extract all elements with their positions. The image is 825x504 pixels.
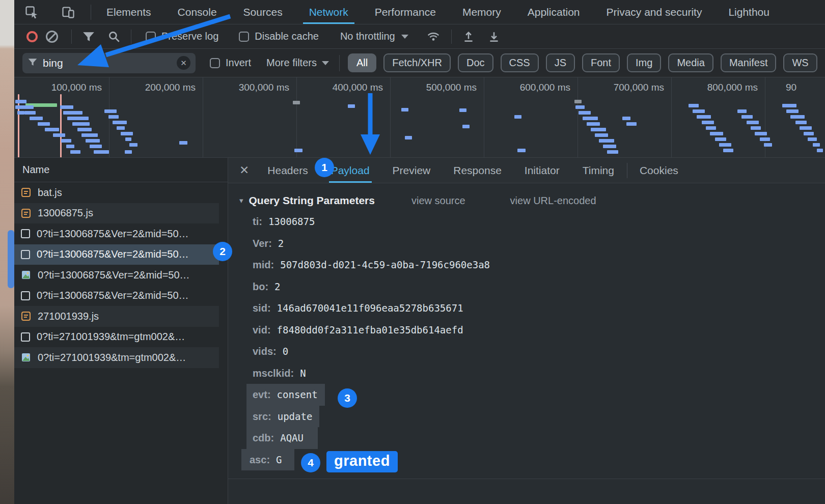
param-row: bo2 — [239, 276, 825, 298]
device-toolbar-icon[interactable] — [61, 5, 75, 19]
waterfall-bar — [591, 128, 606, 131]
search-icon[interactable] — [107, 30, 121, 43]
request-row[interactable]: 0?ti=271001939&tm=gtm002&… — [14, 327, 219, 348]
param-row: vids0 — [239, 341, 825, 362]
request-row[interactable]: 0?ti=271001939&tm=gtm002&… — [14, 347, 219, 368]
pill-ws[interactable]: WS — [783, 53, 817, 72]
waterfall-bar — [790, 115, 805, 119]
request-row[interactable]: bat.js — [14, 182, 219, 203]
request-row[interactable]: 0?ti=13006875&Ver=2&mid=50… — [14, 223, 219, 244]
export-har-icon[interactable] — [487, 30, 501, 43]
collapse-triangle-icon[interactable]: ▾ — [239, 196, 243, 205]
detail-tab-preview[interactable]: Preview — [393, 158, 431, 183]
filter-input[interactable] — [43, 57, 172, 69]
waterfall-bar — [710, 132, 723, 135]
network-overview-waterfall[interactable]: 100,000 ms 200,000 ms 300,000 ms 400,000… — [0, 77, 825, 158]
toolbar-separator — [131, 30, 131, 44]
tab-network[interactable]: Network — [296, 0, 362, 24]
waterfall-bar — [697, 115, 711, 119]
pill-fetch-xhr[interactable]: Fetch/XHR — [383, 53, 451, 72]
waterfall-gridline — [390, 77, 391, 157]
tab-performance[interactable]: Performance — [362, 0, 449, 24]
inspect-element-icon[interactable] — [24, 5, 39, 19]
pill-all[interactable]: All — [348, 53, 376, 72]
waterfall-bar — [63, 111, 82, 115]
detail-tab-timing[interactable]: Timing — [583, 158, 614, 183]
filter-funnel-icon[interactable] — [82, 30, 95, 43]
tab-privacy-security[interactable]: Privacy and security — [593, 0, 715, 24]
request-row[interactable]: 0?ti=13006875&Ver=2&mid=50… — [14, 286, 219, 306]
time-label: 90 — [786, 82, 821, 93]
query-string-parameters-title[interactable]: Query String Parameters — [249, 194, 375, 207]
waterfall-bar — [77, 128, 92, 131]
waterfall-bar — [517, 149, 526, 152]
pill-js[interactable]: JS — [546, 53, 575, 72]
pill-doc[interactable]: Doc — [458, 53, 493, 72]
waterfall-bar — [786, 109, 799, 113]
record-button[interactable] — [26, 31, 38, 42]
invert-checkbox[interactable] — [210, 58, 220, 68]
waterfall-bar — [607, 150, 618, 154]
preserve-log-toggle[interactable]: Preserve log — [146, 31, 218, 42]
param-row: vidf8480dd0f2a311efba01e35db614aefd — [239, 319, 825, 341]
waterfall-bar — [599, 139, 614, 143]
request-row-selected[interactable]: 0?ti=13006875&Ver=2&mid=50… — [14, 244, 219, 265]
clear-network-log-icon[interactable] — [46, 31, 58, 43]
close-icon[interactable]: ✕ — [239, 163, 249, 177]
waterfall-bar — [595, 133, 608, 137]
preserve-log-checkbox[interactable] — [146, 32, 156, 42]
view-url-encoded-link[interactable]: view URL-encoded — [510, 195, 596, 207]
waterfall-bar — [293, 101, 300, 104]
tab-lighthouse[interactable]: Lighthou — [715, 0, 783, 24]
waterfall-bar — [60, 105, 73, 109]
invert-label: Invert — [226, 57, 251, 69]
param-key: src — [253, 411, 271, 422]
param-value: 507d803d-d021-4c59-a0ba-7196c960e3a8 — [280, 259, 490, 270]
disable-cache-toggle[interactable]: Disable cache — [239, 31, 319, 42]
waterfall-bar — [61, 139, 71, 143]
annotation-badge-3: 3 — [338, 388, 357, 408]
view-source-link[interactable]: view source — [411, 195, 465, 207]
document-icon — [21, 229, 30, 238]
param-key: vids — [253, 346, 277, 357]
param-value: 0 — [283, 346, 288, 357]
detail-tab-response[interactable]: Response — [453, 158, 502, 183]
tab-sources[interactable]: Sources — [230, 0, 296, 24]
param-key: asc — [250, 454, 270, 465]
clear-filter-icon[interactable]: ✕ — [177, 56, 190, 70]
disable-cache-checkbox[interactable] — [239, 32, 249, 42]
detail-tab-cookies[interactable]: Cookies — [640, 158, 678, 183]
import-har-icon[interactable] — [462, 30, 475, 43]
tab-elements[interactable]: Elements — [93, 0, 164, 24]
waterfall-bar — [813, 143, 820, 147]
detail-tab-payload[interactable]: Payload — [331, 158, 370, 183]
waterfall-bar — [583, 117, 598, 120]
detail-tab-initiator[interactable]: Initiator — [525, 158, 560, 183]
request-name: 0?ti=13006875&Ver=2&mid=50… — [37, 290, 189, 301]
throttling-dropdown[interactable]: No throttling — [340, 31, 408, 42]
pill-manifest[interactable]: Manifest — [721, 53, 777, 72]
request-row[interactable]: 13006875.js — [14, 203, 219, 224]
pill-img[interactable]: Img — [627, 53, 661, 72]
param-key: evt — [253, 389, 271, 400]
detail-tab-headers[interactable]: Headers — [267, 158, 308, 183]
tab-memory[interactable]: Memory — [449, 0, 514, 24]
param-key: vid — [253, 324, 271, 335]
devtools-tabbar: Elements Console Sources Network Perform… — [14, 0, 825, 24]
waterfall-bar — [86, 139, 100, 143]
filter-box[interactable]: ✕ — [22, 53, 196, 73]
name-column-header[interactable]: Name — [14, 158, 228, 182]
tab-application[interactable]: Application — [514, 0, 593, 24]
tab-console[interactable]: Console — [164, 0, 230, 24]
param-value: 2 — [274, 281, 280, 292]
request-row[interactable]: 271001939.js — [14, 306, 219, 327]
waterfall-bar — [104, 109, 117, 113]
request-row[interactable]: 0?ti=13006875&Ver=2&mid=50… — [14, 265, 219, 286]
pill-css[interactable]: CSS — [501, 53, 539, 72]
more-filters-dropdown[interactable]: More filters — [266, 57, 329, 69]
annotation-badge-1: 1 — [315, 158, 334, 177]
pill-media[interactable]: Media — [668, 53, 713, 72]
pill-font[interactable]: Font — [582, 53, 620, 72]
invert-toggle[interactable]: Invert — [210, 57, 251, 69]
network-conditions-icon[interactable] — [426, 30, 441, 43]
